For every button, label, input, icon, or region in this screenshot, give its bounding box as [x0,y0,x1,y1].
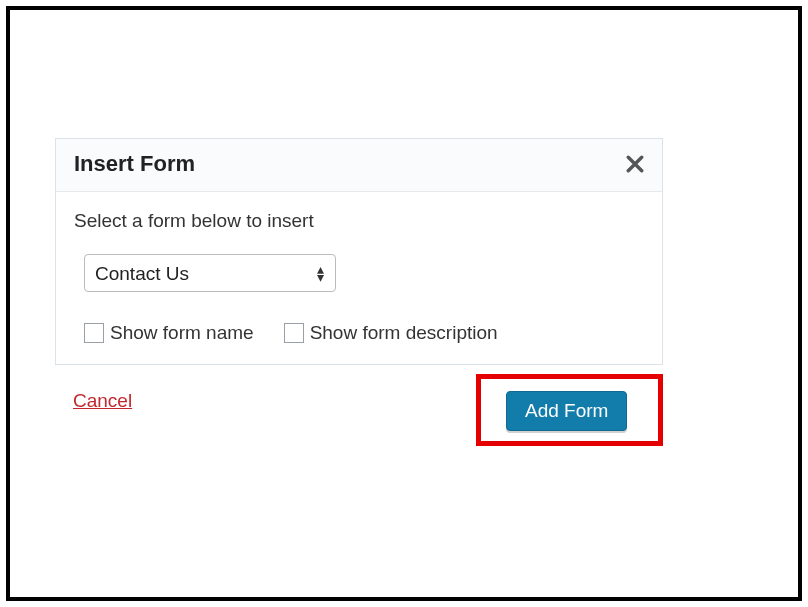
instruction-text: Select a form below to insert [74,210,644,232]
show-form-name-input[interactable] [84,323,104,343]
show-form-description-input[interactable] [284,323,304,343]
add-form-button[interactable]: Add Form [506,391,627,431]
show-form-name-label: Show form name [110,322,254,344]
outer-frame: Insert Form Select a form below to inser… [6,6,802,601]
dialog-header: Insert Form [56,139,662,192]
dialog-body: Select a form below to insert Contact Us… [56,192,662,364]
form-select[interactable]: Contact Us [84,254,336,292]
cancel-button[interactable]: Cancel [73,390,132,412]
show-form-description-checkbox[interactable]: Show form description [284,322,498,344]
close-icon[interactable] [626,155,644,173]
show-form-description-label: Show form description [310,322,498,344]
dialog-title: Insert Form [74,151,195,177]
form-select-wrap: Contact Us ▴▾ [84,254,336,292]
checkbox-row: Show form name Show form description [84,322,644,344]
insert-form-dialog: Insert Form Select a form below to inser… [55,138,663,365]
show-form-name-checkbox[interactable]: Show form name [84,322,254,344]
